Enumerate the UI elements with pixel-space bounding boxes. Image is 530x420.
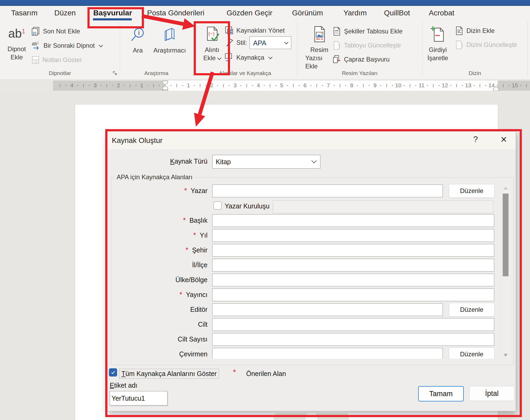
resim-yazisi-ekle-button[interactable]: Resim Yazısı Ekle <box>305 23 333 70</box>
ruler-tick <box>311 85 311 86</box>
tag-name-label: Etiket adı <box>110 382 137 389</box>
source-type-value: Kitap <box>216 158 231 166</box>
dizini-guncellestir-button[interactable]: ! Dizini Güncelleştir <box>455 40 517 50</box>
menu-tab-quillbot[interactable]: QuillBot <box>384 9 410 17</box>
group-label-resim-yazilari: Resim Yazıları <box>297 70 422 76</box>
dialog-launcher-icon[interactable] <box>112 71 118 76</box>
scrollbar-thumb[interactable] <box>503 194 509 276</box>
ruler-tick <box>101 85 101 86</box>
capraz-basvuru-button[interactable]: Çapraz Başvuru <box>332 54 390 65</box>
help-button[interactable]: ? <box>473 135 478 144</box>
ruler-tick <box>153 84 154 87</box>
menu-tab-g-zden-ge-ir[interactable]: Gözden Geçir <box>227 9 272 17</box>
show-all-fields-checkbox[interactable] <box>109 368 117 377</box>
field-input-başlık[interactable] <box>212 214 494 227</box>
girdiyi-isaretle-button[interactable]: Girdiyi İşaretle <box>424 23 452 62</box>
cancel-button[interactable]: İptal <box>469 386 514 401</box>
tag-name-input[interactable]: YerTutucu1 <box>110 391 167 405</box>
ruler-number: 10 <box>395 82 401 89</box>
ok-button[interactable]: Tamam <box>418 386 464 401</box>
field-label-row: İl/İlçe <box>111 259 207 271</box>
dipnot-ekle-button[interactable]: ab1 Dipnot Ekle <box>3 22 31 61</box>
edit-button[interactable]: Düzenle <box>449 347 494 359</box>
ruler-left-margin <box>53 81 165 91</box>
field-input-ülke-bölge[interactable] <box>212 274 494 286</box>
scroll-down-icon[interactable] <box>504 354 508 357</box>
author-organization-checkbox[interactable] <box>214 202 222 209</box>
ruler-tick <box>223 84 224 87</box>
ruler-tick <box>60 84 60 87</box>
field-input-çevirmen[interactable] <box>212 348 443 359</box>
bibliography-icon <box>224 52 234 63</box>
ruler-tick <box>497 85 498 86</box>
field-input-cilt-sayısı[interactable] <box>212 333 494 346</box>
field-label: Yıl <box>200 231 207 239</box>
ruler-number: 4 <box>70 82 73 89</box>
menu-tab-d-zen[interactable]: Düzen <box>54 9 76 17</box>
field-input-şehir[interactable] <box>212 244 494 257</box>
field-input-cilt[interactable] <box>212 318 494 331</box>
dialog-titlebar[interactable] <box>108 132 516 149</box>
field-input-yıl[interactable] <box>212 229 494 242</box>
insert-index-icon <box>455 26 464 35</box>
field-input-yayıncı[interactable] <box>212 288 494 301</box>
insert-caption-icon <box>312 23 326 46</box>
kaynaklari-yonet-button[interactable]: Kaynakları Yönet <box>225 25 285 36</box>
notlari-goster-button[interactable]: Notları Göster <box>31 55 82 65</box>
scroll-up-icon[interactable] <box>504 186 508 190</box>
ruler-tick <box>439 85 440 86</box>
menu-tab-posta-g-nderileri[interactable]: Posta Gönderileri <box>147 9 204 17</box>
ruler-tick <box>520 85 521 86</box>
ruler-tick <box>246 84 247 87</box>
field-input-editör[interactable] <box>212 303 443 316</box>
bir-sonraki-dipnot-button[interactable]: ab1 Bir Sonraki Dipnot <box>31 40 102 51</box>
ruler-tick <box>89 85 90 86</box>
ruler-tick <box>293 84 294 87</box>
ruler-tick <box>229 85 230 86</box>
ruler-tick <box>526 84 527 87</box>
ruler-number: 3 <box>94 82 97 89</box>
ruler-tick <box>369 85 370 86</box>
author-organization-label: Yazar Kuruluşu <box>225 202 270 210</box>
field-input-yazar[interactable] <box>212 185 443 197</box>
edit-button[interactable]: Düzenle <box>449 303 494 317</box>
arastirmaci-button[interactable]: Araştırmacı <box>156 23 183 54</box>
menu-tab-acrobat[interactable]: Acrobat <box>429 9 454 17</box>
manage-sources-icon <box>225 26 234 35</box>
source-type-select[interactable]: Kitap <box>212 155 320 169</box>
indent-markers-icon[interactable] <box>162 81 169 91</box>
page-shadow <box>316 413 349 420</box>
menu-tab-g-r-n-m[interactable]: Görünüm <box>292 9 323 17</box>
style-brush-icon <box>225 37 234 48</box>
groupbox-label: APA için Kaynakça Alanları <box>114 173 195 181</box>
menu-tab-tasar-m[interactable]: Tasarım <box>11 9 38 17</box>
close-icon[interactable]: ✕ <box>500 135 507 145</box>
edit-button[interactable]: Düzenle <box>449 184 494 198</box>
alinti-ekle-button[interactable]: (−) Alıntı Ekle <box>200 23 224 62</box>
ruler-tick <box>322 85 323 86</box>
citation-style-select[interactable]: APA <box>250 36 291 49</box>
menu-tab-ba-vurular[interactable]: Başvurular <box>93 9 132 17</box>
dizin-ekle-label: Dizin Ekle <box>466 27 495 34</box>
field-label-row: Cilt <box>111 318 207 330</box>
field-input-i-l-i-lçe[interactable] <box>212 259 494 272</box>
ruler-tick <box>136 85 136 86</box>
menu-tab-yard-m[interactable]: Yardım <box>343 9 367 17</box>
ara-button[interactable]: i Ara <box>127 23 149 54</box>
window-titlebar <box>0 0 530 6</box>
capraz-basvuru-label: Çapraz Başvuru <box>344 56 390 63</box>
ruler-band[interactable]: 4321123456789101112131415 <box>0 81 530 91</box>
alinti-ekle-label-line2: Ekle <box>203 54 221 62</box>
show-all-fields-label[interactable]: Tüm Kaynakça Alanlarını Göster <box>119 369 219 379</box>
sekiller-tablosu-ekle-button[interactable]: Şekiller Tablosu Ekle <box>332 26 403 37</box>
dizin-ekle-button[interactable]: Dizin Ekle <box>455 25 495 36</box>
son-not-ekle-button[interactable]: [i] Son Not Ekle <box>31 26 80 37</box>
ruler-tick <box>217 85 218 86</box>
ruler-strip: 4321123456789101112131415 <box>0 79 530 93</box>
kaynakca-button[interactable]: Kaynakça <box>224 52 272 63</box>
tabloyu-guncellestir-button[interactable]: ! Tabloyu Güncelleştir <box>332 40 401 51</box>
field-label-row: *Yıl <box>111 229 207 241</box>
create-source-dialog: Kaynak Oluştur ? ✕ Kaynak Türü Kitap APA… <box>107 131 516 411</box>
fields-scrollbar[interactable] <box>502 185 509 359</box>
resim-yazisi-label-line1: Resim <box>310 46 328 54</box>
